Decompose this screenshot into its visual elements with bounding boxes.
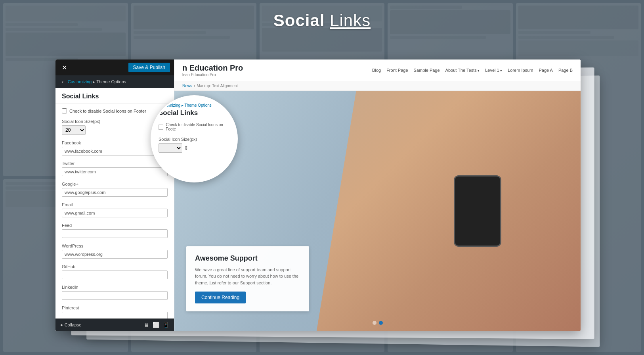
field-linkedin: LinkedIn [62,285,168,300]
collapse-label: Collapse [65,322,82,327]
customizer-section-title: Social Links [55,88,174,104]
field-github: GitHub [62,264,168,279]
breadcrumb-sep: ▸ [93,79,96,84]
panel-main: ✕ Save & Publish ‹ Customizing ▸ Theme O… [55,59,581,331]
googleplus-input[interactable] [62,188,168,197]
mag-breadcrumb: Customizing ▸ Theme Options [159,103,230,107]
slider-dots [373,321,383,325]
mag-checkbox-row: Check to disable Social Icons on Foote [159,123,230,131]
site-logo-area: n Education Pro lean Education Pro [182,63,243,77]
breadcrumb-separator: › [194,84,195,88]
linkedin-input[interactable] [62,291,168,300]
save-publish-button[interactable]: Save & Publish [128,63,170,72]
disable-icons-field: Check to disable Social Icons on Footer [62,108,168,113]
site-breadcrumb: News › Markup: Text Alignment [174,81,581,91]
desktop-icon-button[interactable]: 🖥 [144,322,149,328]
support-text: We have a great line of support team and… [195,267,300,286]
mag-title: Social Links [159,109,230,117]
back-button[interactable]: ‹ [60,79,65,85]
disable-icons-checkbox[interactable] [62,108,67,113]
icon-size-select[interactable]: 20 24 28 32 [62,125,86,135]
nav-item-sample-page[interactable]: Sample Page [414,68,440,73]
mag-select-arrows: ⇕ [184,145,189,151]
page-title: Social Links [273,11,371,30]
hero-phone [454,175,501,247]
feed-input[interactable] [62,229,168,238]
wordpress-input[interactable] [62,250,168,259]
customizer-sidebar: ✕ Save & Publish ‹ Customizing ▸ Theme O… [55,59,174,331]
site-header: n Education Pro lean Education Pro Blog … [174,59,581,81]
magnifier: Customizing ▸ Theme Options Social Links… [151,95,238,182]
panels-container: ✕ Save & Publish ‹ Customizing ▸ Theme O… [55,56,589,331]
continue-reading-button[interactable]: Continue Reading [195,292,246,303]
field-feed: Feed [62,223,168,238]
hero-hand [317,91,581,331]
breadcrumb-section: Theme Options [96,79,126,84]
customizer-close-button[interactable]: ✕ [59,63,69,72]
mag-icon-size-select[interactable]: 20 24 [159,143,182,153]
tablet-icon-button[interactable]: ⬜ [153,322,159,328]
mag-icon-size-label: Social Icon Size(px) [159,137,230,142]
title-underline: Links [330,11,371,30]
nav-item-lorem[interactable]: Lorem Ipsum [508,68,533,73]
support-card: Awesome Support We have a great line of … [186,246,309,312]
nav-item-page-b[interactable]: Page B [558,68,573,73]
disable-icons-label: Check to disable Social Icons on Footer [69,109,146,113]
breadcrumb-news[interactable]: News [182,84,192,88]
title-bold: Social [273,11,330,30]
field-twitter: Twitter [62,161,168,176]
twitter-input[interactable] [62,167,168,176]
slider-dot-2[interactable] [379,321,383,325]
mobile-icon-button[interactable]: 📱 [162,322,169,328]
field-email: Email [62,202,168,217]
mag-select-row: 20 24 ⇕ [159,143,230,153]
site-preview: n Education Pro lean Education Pro Blog … [174,59,581,331]
nav-item-page-a[interactable]: Page A [539,68,552,73]
nav-item-front-page[interactable]: Front Page [386,68,408,73]
email-input[interactable] [62,209,168,217]
customizer-nav: ‹ Customizing ▸ Theme Options [55,75,174,88]
site-tagline: lean Education Pro [182,73,243,77]
bottom-device-icons: 🖥 ⬜ 📱 [144,322,169,328]
customizer-bottom: ● Collapse 🖥 ⬜ 📱 [55,319,174,331]
field-wordpress: WordPress [62,244,168,259]
github-input[interactable] [62,271,168,279]
slider-dot-1[interactable] [373,321,376,325]
customizer-topbar: ✕ Save & Publish [55,59,174,75]
collapse-button[interactable]: ● Collapse [60,322,81,327]
support-title: Awesome Support [195,254,300,263]
field-googleplus: Google+ [62,182,168,197]
breadcrumb: Customizing ▸ Theme Options [68,79,126,84]
icon-size-label: Social Icon Size(px) [62,119,168,124]
nav-item-about-tests[interactable]: About The Tests [445,68,480,73]
site-title: n Education Pro [182,63,243,73]
field-pinterest: Pinterest [62,305,168,319]
nav-item-blog[interactable]: Blog [372,68,381,73]
pinterest-input[interactable] [62,312,168,319]
breadcrumb-current: Markup: Text Alignment [197,84,238,88]
preview-area: n Education Pro lean Education Pro Blog … [174,59,581,331]
collapse-circle-icon: ● [60,322,63,327]
site-nav: Blog Front Page Sample Page About The Te… [372,68,573,73]
nav-item-level1[interactable]: Level 1 [485,68,502,73]
mag-checkbox-label: Check to disable Social Icons on Foote [166,123,230,131]
breadcrumb-customizing[interactable]: Customizing [68,79,92,84]
mag-checkbox [159,125,163,130]
